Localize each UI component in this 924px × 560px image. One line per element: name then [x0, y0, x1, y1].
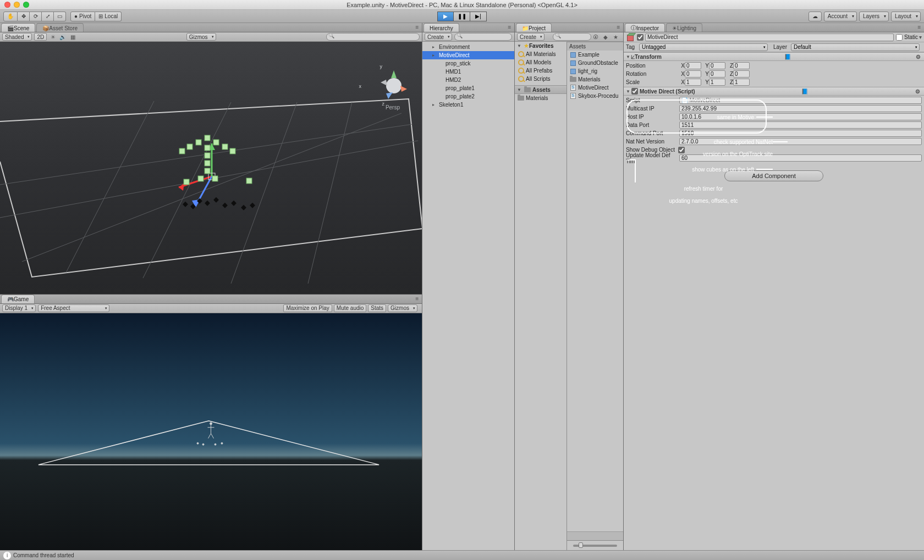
fx-icon[interactable]: ▦: [68, 33, 77, 41]
rotation-y[interactable]: [709, 70, 725, 77]
gizmos-dropdown[interactable]: Gizmos: [186, 33, 216, 41]
aspect-dropdown[interactable]: Free Aspect: [38, 304, 109, 312]
project-folder[interactable]: Materials: [515, 94, 566, 102]
hierarchy-item[interactable]: HMD2: [422, 76, 514, 84]
transform-header[interactable]: ▼ ⟀ Transform 📘 ⚙: [624, 52, 924, 61]
hierarchy-tab-options[interactable]: ≡: [505, 23, 514, 32]
play-button[interactable]: ▶: [437, 12, 454, 21]
gameobject-name-field[interactable]: [645, 34, 894, 41]
pause-button[interactable]: ❚❚: [454, 12, 470, 21]
scene-search[interactable]: [326, 33, 420, 41]
project-file[interactable]: MotiveDirect: [567, 84, 623, 92]
tab-inspector[interactable]: ⓘ Inspector: [625, 23, 665, 32]
project-create-dropdown[interactable]: Create: [517, 33, 544, 41]
tab-asset-store[interactable]: 📦 Asset Store: [36, 23, 84, 32]
script-checkbox[interactable]: [678, 147, 685, 153]
hierarchy-item[interactable]: ▸Environment: [422, 43, 514, 51]
static-dropdown-icon[interactable]: ▾: [919, 34, 922, 40]
add-component-button[interactable]: Add Component: [724, 170, 823, 181]
rotation-z[interactable]: [733, 70, 750, 77]
stats-toggle[interactable]: Stats: [368, 304, 386, 312]
scale-x[interactable]: [685, 79, 701, 86]
shading-dropdown[interactable]: Shaded: [2, 33, 32, 41]
icon-size-slider[interactable]: [573, 545, 617, 547]
project-file[interactable]: Materials: [567, 75, 623, 84]
rotate-tool-button[interactable]: ⟳: [30, 12, 42, 21]
script-textfield[interactable]: [679, 130, 922, 137]
project-file[interactable]: Skybox-Procedu: [567, 92, 623, 100]
script-textfield[interactable]: [679, 121, 922, 129]
game-gizmos-dropdown[interactable]: Gizmos: [388, 304, 417, 312]
audio-icon[interactable]: 🔊: [58, 33, 67, 41]
filter-type-icon[interactable]: ◆: [601, 33, 610, 41]
hierarchy-item[interactable]: ▸Skeleton1: [422, 101, 514, 109]
light-icon[interactable]: ☀: [48, 33, 57, 41]
scene-tab-options[interactable]: ≡: [413, 23, 422, 32]
script-textfield[interactable]: [679, 105, 922, 112]
project-tab-options[interactable]: ≡: [614, 23, 623, 32]
filter-icon[interactable]: ⦿: [591, 33, 600, 41]
gameobject-active-checkbox[interactable]: [637, 34, 644, 41]
display-dropdown[interactable]: Display 1: [2, 304, 36, 312]
save-filter-icon[interactable]: ★: [611, 33, 620, 41]
favorites-header[interactable]: ▼★ Favorites: [515, 42, 566, 50]
script-textfield[interactable]: [679, 113, 922, 120]
hierarchy-item[interactable]: HMD1: [422, 68, 514, 76]
hierarchy-search[interactable]: [454, 33, 512, 41]
account-dropdown[interactable]: Account: [824, 12, 857, 21]
project-file[interactable]: Example: [567, 51, 623, 59]
script-help-icon[interactable]: 📘: [801, 87, 809, 95]
position-z[interactable]: [733, 62, 750, 69]
mute-toggle[interactable]: Mute audio: [334, 304, 366, 312]
game-tab-options[interactable]: ≡: [413, 294, 422, 303]
hierarchy-create-dropdown[interactable]: Create: [425, 33, 452, 41]
project-favorite[interactable]: All Prefabs: [515, 66, 566, 75]
pivot-button[interactable]: ●Pivot: [70, 12, 95, 21]
move-tool-button[interactable]: ✥: [18, 12, 30, 21]
tab-game[interactable]: 🎮 Game: [1, 295, 35, 303]
hierarchy-item[interactable]: prop_plate1: [422, 84, 514, 92]
project-file[interactable]: light_rig: [567, 67, 623, 75]
position-x[interactable]: [685, 62, 701, 69]
script-header[interactable]: ▼ Motive Direct (Script) 📘 ⚙: [624, 87, 924, 96]
script-gear-icon[interactable]: ⚙: [914, 87, 922, 95]
scene-viewport[interactable]: Persp y x z: [0, 42, 422, 294]
hierarchy-item[interactable]: ▸MotiveDirect: [422, 51, 514, 59]
inspector-tab-options[interactable]: ≡: [915, 23, 924, 32]
transform-gear-icon[interactable]: ⚙: [914, 53, 922, 60]
tab-project[interactable]: 📁 Project: [516, 23, 552, 32]
project-file[interactable]: GroundObstacle: [567, 59, 623, 67]
script-enabled-checkbox[interactable]: [631, 88, 638, 95]
static-checkbox[interactable]: [896, 34, 903, 41]
tab-hierarchy[interactable]: Hierarchy: [424, 23, 459, 32]
position-y[interactable]: [709, 62, 725, 69]
tag-dropdown[interactable]: Untagged: [639, 43, 768, 51]
script-textfield[interactable]: [679, 138, 922, 145]
rect-tool-button[interactable]: ▭: [54, 12, 66, 21]
hierarchy-item[interactable]: prop_stick: [422, 59, 514, 68]
layers-dropdown[interactable]: Layers: [859, 12, 889, 21]
rotation-x[interactable]: [685, 70, 701, 77]
transform-help-icon[interactable]: 📘: [784, 53, 791, 60]
local-button[interactable]: ⊞Local: [95, 12, 122, 21]
hand-tool-button[interactable]: ✋: [3, 12, 18, 21]
cloud-button[interactable]: ☁: [809, 12, 822, 21]
game-viewport[interactable]: [0, 313, 422, 550]
hierarchy-item[interactable]: prop_plate2: [422, 92, 514, 101]
script-textfield[interactable]: [679, 154, 922, 162]
scale-tool-button[interactable]: ⤢: [42, 12, 54, 21]
mode-2d-toggle[interactable]: 2D: [34, 33, 47, 41]
tab-scene[interactable]: 🎬 Scene: [1, 23, 35, 32]
layer-dropdown[interactable]: Default: [791, 43, 920, 51]
project-favorite[interactable]: All Models: [515, 58, 566, 66]
project-favorite[interactable]: All Materials: [515, 50, 566, 58]
layout-dropdown[interactable]: Layout: [891, 12, 921, 21]
maximize-toggle[interactable]: Maximize on Play: [283, 304, 332, 312]
project-search[interactable]: [553, 33, 591, 41]
script-object-field[interactable]: 📄 MotiveDirect: [679, 97, 922, 104]
scale-z[interactable]: [733, 79, 750, 86]
project-favorite[interactable]: All Scripts: [515, 75, 566, 83]
step-button[interactable]: ▶|: [470, 12, 487, 21]
assets-header[interactable]: ▼Assets: [515, 85, 566, 94]
scale-y[interactable]: [709, 79, 725, 86]
